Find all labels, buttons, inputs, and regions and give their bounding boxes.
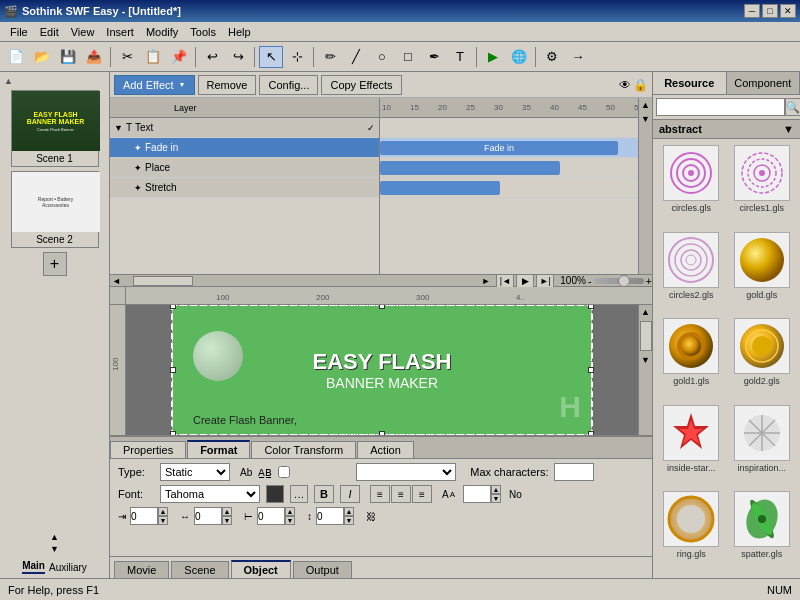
prev-frame-btn[interactable]: |◄ bbox=[496, 274, 514, 288]
play-btn[interactable]: ▶ bbox=[516, 274, 534, 288]
tl-scroll-thumb[interactable] bbox=[133, 276, 193, 286]
auxiliary-tab-btn[interactable]: Auxiliary bbox=[49, 562, 87, 573]
layer-row-stretch[interactable]: ✦ Stretch bbox=[110, 178, 379, 198]
tl-hscroll-right[interactable]: ► bbox=[479, 276, 492, 286]
rp-item-circles[interactable]: circles.gls bbox=[657, 143, 726, 228]
open-button[interactable]: 📂 bbox=[30, 46, 54, 68]
add-effect-button[interactable]: Add Effect bbox=[114, 75, 195, 95]
canvas-vscroll-thumb[interactable] bbox=[640, 321, 652, 351]
left-margin-down[interactable]: ▼ bbox=[285, 516, 295, 525]
text-orient-select[interactable] bbox=[356, 463, 456, 481]
rp-item-circles1[interactable]: circles1.gls bbox=[728, 143, 797, 228]
tab-movie[interactable]: Movie bbox=[114, 561, 169, 578]
rp-item-circles2[interactable]: circles2.gls bbox=[657, 230, 726, 315]
timeline-hscroll[interactable]: ◄ ► |◄ ▶ ►| 100% - + bbox=[110, 274, 652, 286]
layer-row-text[interactable]: ▼ T Text ✓ bbox=[110, 118, 379, 138]
undo-button[interactable]: ↩ bbox=[200, 46, 224, 68]
indent-up[interactable]: ▲ bbox=[158, 507, 168, 516]
tab-output[interactable]: Output bbox=[293, 561, 352, 578]
scene-1-thumb[interactable]: EASY FLASHBANNER MAKER Create Flash Bann… bbox=[11, 90, 99, 167]
align-left-btn[interactable]: ≡ bbox=[370, 485, 390, 503]
menu-insert[interactable]: Insert bbox=[100, 24, 140, 40]
oval-button[interactable]: ○ bbox=[370, 46, 394, 68]
char-spacing-up[interactable]: ▲ bbox=[222, 507, 232, 516]
rp-item-inspiration[interactable]: inspiration... bbox=[728, 403, 797, 488]
indent-down[interactable]: ▼ bbox=[158, 516, 168, 525]
add-scene-button[interactable]: + bbox=[43, 252, 67, 276]
frame-row-fade[interactable]: Fade in bbox=[380, 138, 638, 158]
zoom-out-tool[interactable]: - bbox=[216, 436, 232, 437]
type-select[interactable]: Static Dynamic Input bbox=[160, 463, 230, 481]
char-spacing-down[interactable]: ▼ bbox=[222, 516, 232, 525]
redo-button[interactable]: ↪ bbox=[226, 46, 250, 68]
left-margin-up[interactable]: ▲ bbox=[285, 507, 295, 516]
draw-button[interactable]: ✏ bbox=[318, 46, 342, 68]
zoom-minus[interactable]: - bbox=[588, 275, 592, 287]
menu-file[interactable]: File bbox=[4, 24, 34, 40]
menu-tools[interactable]: Tools bbox=[184, 24, 222, 40]
close-button[interactable]: ✕ bbox=[780, 4, 796, 18]
layer-row-fade[interactable]: ✦ Fade in bbox=[110, 138, 379, 158]
timeline-vscroll[interactable]: ▲ ▼ bbox=[638, 98, 652, 274]
align-center-btn[interactable]: ≡ bbox=[391, 485, 411, 503]
hand-tool[interactable]: ✋ bbox=[178, 436, 194, 437]
zoom-slider[interactable] bbox=[594, 278, 644, 284]
publish-button[interactable]: 📤 bbox=[82, 46, 106, 68]
eye-icon[interactable]: 👁 bbox=[619, 78, 631, 92]
left-margin-input[interactable] bbox=[257, 507, 285, 525]
text-button[interactable]: T bbox=[448, 46, 472, 68]
rp-search-input[interactable] bbox=[656, 98, 785, 116]
font-select[interactable]: Tahoma bbox=[160, 485, 260, 503]
paste-button[interactable]: 📌 bbox=[167, 46, 191, 68]
rp-item-spatter[interactable]: spatter.gls bbox=[728, 489, 797, 574]
tab-properties[interactable]: Properties bbox=[110, 441, 186, 458]
font-size-up[interactable]: ▲ bbox=[491, 485, 501, 494]
new-button[interactable]: 📄 bbox=[4, 46, 28, 68]
font-color-swatch[interactable] bbox=[266, 485, 284, 503]
font-size-down[interactable]: ▼ bbox=[491, 494, 501, 503]
tab-scene[interactable]: Scene bbox=[171, 561, 228, 578]
line-spacing-up[interactable]: ▲ bbox=[344, 507, 354, 516]
save-button[interactable]: 💾 bbox=[56, 46, 80, 68]
rp-item-gold[interactable]: gold.gls bbox=[728, 230, 797, 315]
italic-button[interactable]: I bbox=[340, 485, 360, 503]
tab-object[interactable]: Object bbox=[231, 560, 291, 578]
help-icon-button[interactable]: → bbox=[566, 46, 590, 68]
maximize-button[interactable]: □ bbox=[762, 4, 778, 18]
rp-item-gold1[interactable]: gold1.gls bbox=[657, 316, 726, 401]
multiline-checkbox[interactable] bbox=[278, 466, 290, 478]
char-spacing-input[interactable] bbox=[194, 507, 222, 525]
remove-button[interactable]: Remove bbox=[198, 75, 257, 95]
config-button[interactable]: Config... bbox=[259, 75, 318, 95]
rp-tab-resource[interactable]: Resource bbox=[653, 72, 727, 94]
preview-button[interactable]: 🌐 bbox=[507, 46, 531, 68]
zoom-handle[interactable] bbox=[618, 275, 630, 287]
scene-scroll-down[interactable]: ▼ bbox=[50, 544, 59, 554]
layer-row-place[interactable]: ✦ Place bbox=[110, 158, 379, 178]
menu-view[interactable]: View bbox=[65, 24, 101, 40]
rp-expand-icon[interactable]: ▼ bbox=[783, 123, 794, 135]
select-button[interactable]: ↖ bbox=[259, 46, 283, 68]
menu-modify[interactable]: Modify bbox=[140, 24, 184, 40]
menu-edit[interactable]: Edit bbox=[34, 24, 65, 40]
scene-scroll-up[interactable]: ▲ bbox=[50, 532, 59, 542]
tab-format[interactable]: Format bbox=[187, 440, 250, 458]
align-right-btn[interactable]: ≡ bbox=[412, 485, 432, 503]
rp-item-ring[interactable]: ring.gls bbox=[657, 489, 726, 574]
canvas-scroll-down[interactable]: ▼ bbox=[639, 353, 652, 367]
bold-button[interactable]: B bbox=[314, 485, 334, 503]
pen-button[interactable]: ✒ bbox=[422, 46, 446, 68]
menu-help[interactable]: Help bbox=[222, 24, 257, 40]
play-button[interactable]: ▶ bbox=[481, 46, 505, 68]
frame-row-place[interactable] bbox=[380, 158, 638, 178]
lock-icon[interactable]: 🔒 bbox=[633, 78, 648, 92]
font-size-input[interactable]: 8 bbox=[463, 485, 491, 503]
minimize-button[interactable]: ─ bbox=[744, 4, 760, 18]
next-frame-btn[interactable]: ►| bbox=[536, 274, 554, 288]
rp-item-inside-star[interactable]: inside-star... bbox=[657, 403, 726, 488]
tl-scroll-down[interactable]: ▼ bbox=[639, 112, 652, 126]
copy-button[interactable]: 📋 bbox=[141, 46, 165, 68]
rp-item-gold2[interactable]: gold2.gls bbox=[728, 316, 797, 401]
frame-row-stretch[interactable] bbox=[380, 178, 638, 198]
cut-button[interactable]: ✂ bbox=[115, 46, 139, 68]
